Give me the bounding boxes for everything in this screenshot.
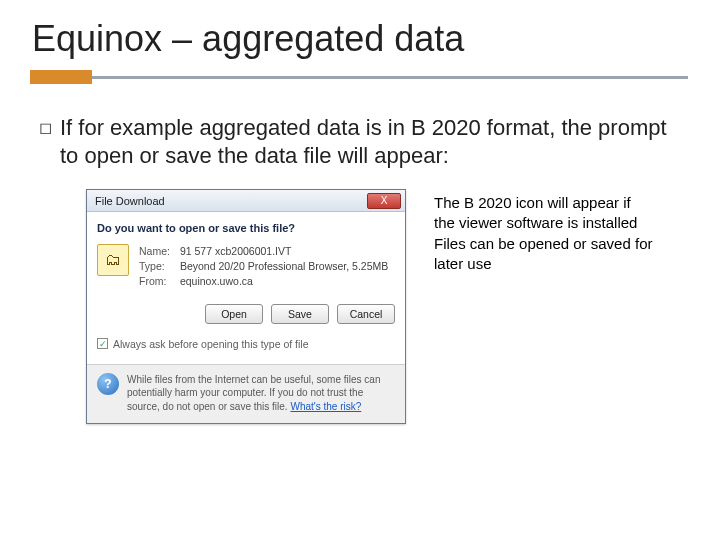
from-value: equinox.uwo.ca <box>180 275 253 287</box>
dialog-titlebar: File Download X <box>87 190 405 212</box>
cancel-button[interactable]: Cancel <box>337 304 395 324</box>
name-value: 91 577 xcb2006001.IVT <box>180 245 292 257</box>
name-label: Name: <box>139 244 177 259</box>
type-value: Beyond 20/20 Professional Browser, 5.25M… <box>180 260 388 272</box>
from-label: From: <box>139 274 177 289</box>
bullet-marker: ◻ <box>30 114 60 169</box>
file-download-dialog: File Download X Do you want to open or s… <box>86 189 406 424</box>
bullet-text: If for example aggregated data is in B 2… <box>60 114 690 169</box>
title-underline <box>30 70 690 88</box>
always-ask-label: Always ask before opening this type of f… <box>113 338 309 350</box>
slide-title: Equinox – aggregated data <box>32 18 690 60</box>
dialog-question: Do you want to open or save this file? <box>97 222 395 234</box>
accent-bar <box>30 70 92 84</box>
security-warning: While files from the Internet can be use… <box>127 373 395 414</box>
whats-the-risk-link[interactable]: What's the risk? <box>290 401 361 412</box>
file-type-icon: 🗂 <box>97 244 129 276</box>
divider-line <box>92 76 688 79</box>
info-shield-icon: ? <box>97 373 119 395</box>
save-button[interactable]: Save <box>271 304 329 324</box>
close-button[interactable]: X <box>367 193 401 209</box>
b2020-icon: 🗂 <box>105 251 121 269</box>
always-ask-checkbox[interactable]: ✓ <box>97 338 108 349</box>
type-label: Type: <box>139 259 177 274</box>
side-annotation: The B 2020 icon will appear if the viewe… <box>434 189 654 274</box>
open-button[interactable]: Open <box>205 304 263 324</box>
file-metadata: Name: 91 577 xcb2006001.IVT Type: Beyond… <box>139 244 388 290</box>
side-line-2: Files can be opened or saved for later u… <box>434 234 654 275</box>
side-line-1: The B 2020 icon will appear if the viewe… <box>434 193 654 234</box>
dialog-title: File Download <box>95 195 165 207</box>
